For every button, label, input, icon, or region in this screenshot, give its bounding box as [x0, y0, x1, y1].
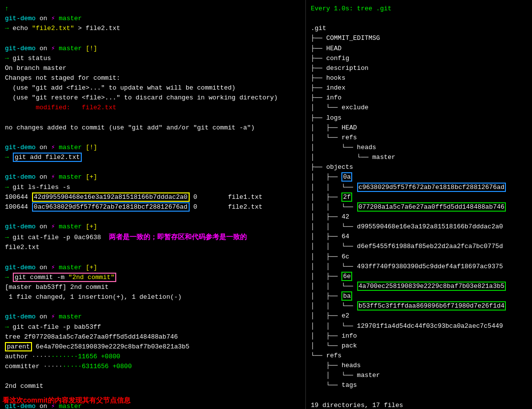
prompt-7: git-demo on ⚡ master: [5, 312, 300, 322]
tree-logs: ├── logs: [311, 113, 527, 123]
prompt-3: git-demo on ⚡ master [!]: [5, 143, 300, 153]
tree-obj-2f-hash: │ │ └── 077208a1a5c7a6e27aa0ff5d5dd14848…: [311, 202, 527, 212]
cmd-2: → git status: [5, 54, 300, 63]
output-modified: modified: file2.txt: [5, 103, 300, 113]
tree-summary: 19 directories, 17 files: [311, 401, 527, 409]
cmd-5: → git cat-file -p 0ac9638 两者是一致的；即暂存区和代码…: [5, 232, 300, 243]
tree-obj-pack: │ └── pack: [311, 341, 527, 351]
bottom-annotation: 看这次commit的内容发现其有父节点信息: [2, 396, 131, 405]
tree-obj-64: │ ├── 64: [311, 232, 527, 242]
tree-info-dir: ├── info: [311, 93, 527, 103]
tree-obj-2f: │ ├── 2f: [311, 192, 527, 202]
tree-root: .git: [311, 24, 527, 33]
tree-obj-0a: │ ├── 0a: [311, 172, 527, 182]
tree-exclude: │ └── exclude: [311, 103, 527, 113]
prompt-6: git-demo on ⚡ master [+]: [5, 263, 300, 273]
cmd-7: → git cat-file -p bab53ff: [5, 322, 300, 332]
ls-2: 100644 0ac9638029d5f57f672ab7e1818bcf288…: [5, 202, 300, 212]
tree-header: Every 1.0s: tree .git: [311, 4, 527, 14]
tree-refs-master: │ └── master: [311, 371, 527, 380]
tree-obj-42: │ ├── 42: [311, 212, 527, 222]
tree-obj-6e-hash: │ │ └── 4a700ec258190839e2229c8baf7b03e8…: [311, 282, 527, 291]
tree-obj-6e: │ ├── 6e: [311, 272, 527, 282]
tree-commit-editmsg: ├── COMMIT_EDITMSG: [311, 33, 527, 43]
tree-refs-tags: └── tags: [311, 380, 527, 390]
tree-logs-heads: │ └── heads: [311, 143, 527, 153]
tree-logs-refs: │ └── refs: [311, 133, 527, 143]
output-use2: (use "git restore <file>..." to discard …: [5, 93, 300, 103]
tree-obj-e2: │ ├── e2: [311, 311, 527, 321]
prompt-5: git-demo on ⚡ master [+]: [5, 222, 300, 232]
tree-logs-head: │ ├── HEAD: [311, 123, 527, 133]
tree-description: ├── description: [311, 63, 527, 73]
cmd-1: → echo "file2.txt" > file2.txt: [5, 24, 300, 33]
commit-output-1: [master bab53ff] 2nd commit: [5, 283, 300, 292]
tree-index: ├── index: [311, 83, 527, 93]
tree-obj-6c: │ ├── 6c: [311, 252, 527, 262]
tree-hooks: ├── hooks: [311, 73, 527, 83]
tree-head: ├── HEAD: [311, 44, 527, 54]
tree-obj-e2-hash: │ │ └── 129701f1a4d54dc44f03c93bca0a2aec…: [311, 321, 527, 331]
tree-refs: └── refs: [311, 351, 527, 361]
top-arrow: ↑: [5, 4, 300, 14]
ls-1: 100644 42d995590468e16e3a192a81518166b7d…: [5, 192, 300, 202]
prompt-4: git-demo on ⚡ master [+]: [5, 172, 300, 182]
tree-obj-ba: │ ├── ba: [311, 291, 527, 301]
tree-objects: ├── objects: [311, 162, 527, 172]
cmd-4: → git ls-files -s: [5, 183, 300, 192]
tree-refs-heads: ├── heads: [311, 361, 527, 371]
right-terminal: Every 1.0s: tree .git .git ├── COMMIT_ED…: [305, 0, 532, 409]
output-no-changes: no changes added to commit (use "git add…: [5, 123, 300, 133]
tree-line: tree 2f077208a1a5c7a6e27aa0ff5d5dd148488…: [5, 332, 300, 342]
parent-line: parent 6e4a700ec258190839e2229c8baf7b03e…: [5, 342, 300, 352]
output-branch: On branch master: [5, 63, 300, 73]
committer-line: committer ··········6311656 +0800: [5, 362, 300, 372]
output-use1: (use "git add <file>..." to update what …: [5, 83, 300, 93]
output-file2: file2.txt: [5, 243, 300, 252]
commit-msg: 2nd commit: [5, 381, 300, 391]
left-terminal: ↑ git-demo on ⚡ master → echo "file2.txt…: [0, 0, 305, 409]
prompt-1: git-demo on ⚡ master: [5, 14, 300, 24]
cmd-6: → git commit -m "2nd commit": [5, 273, 300, 283]
commit-output-2: 1 file changed, 1 insertion(+), 1 deleti…: [5, 292, 300, 302]
author-line: author ············11656 +0800: [5, 352, 300, 362]
cmd-3: → git add file2.txt: [5, 153, 300, 162]
tree-obj-64-hash: │ │ └── d6ef5455f61988af85eb22d2aa2fca7b…: [311, 242, 527, 252]
tree-obj-0a-hash: │ │ └── c9638029d5f57f672ab7e1818bcf2881…: [311, 183, 527, 192]
tree-obj-ba-hash: │ │ └── b53ff5c3f1ffdaa869896b6f71980d7e…: [311, 301, 527, 311]
tree-obj-42-hash: │ │ └── d995590468e16e3a192a81518166b7dd…: [311, 222, 527, 232]
prompt-2: git-demo on ⚡ master [!]: [5, 44, 300, 54]
annotation-same: 两者是一致的；即暂存区和代码参考是一致的: [109, 233, 247, 241]
output-changes: Changes not staged for commit:: [5, 73, 300, 83]
tree-config: ├── config: [311, 54, 527, 63]
tree-logs-master: │ └── master: [311, 153, 527, 162]
tree-obj-info: │ ├── info: [311, 331, 527, 341]
tree-obj-6c-hash: │ │ └── 493ff740f9380390d5c9ddef4af18697…: [311, 262, 527, 272]
